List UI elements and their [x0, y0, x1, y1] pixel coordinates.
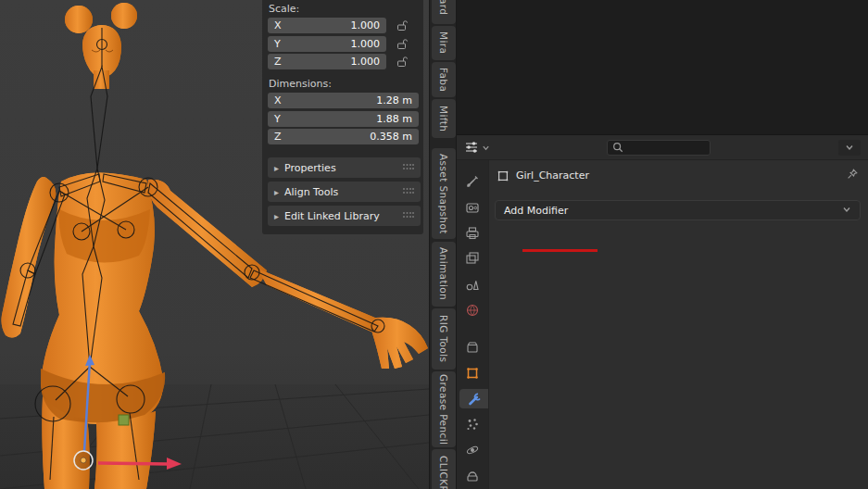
properties-editor: Girl_Character Add Modifier [457, 0, 868, 489]
grip-icon[interactable] [402, 162, 414, 174]
chevron-down-icon [842, 205, 851, 217]
dimensions-label: Dimensions: [269, 78, 421, 90]
grip-icon[interactable] [402, 186, 414, 198]
panel-properties[interactable]: ▸ Properties [268, 157, 421, 178]
tab-output[interactable] [457, 223, 488, 244]
sidebar-tab-asset-snapshot[interactable]: Asset Snapshot [432, 148, 456, 239]
panel-align-tools[interactable]: ▸ Align Tools [268, 182, 421, 202]
properties-editor-icon [464, 140, 479, 155]
tab-scene[interactable] [457, 274, 488, 295]
object-name[interactable]: Girl_Character [516, 169, 589, 182]
filter-dropdown-button[interactable] [838, 140, 861, 156]
annotation-red-underline [522, 249, 598, 252]
chevron-right-icon: ▸ [274, 211, 279, 221]
tab-world[interactable] [457, 300, 488, 320]
pin-icon[interactable] [846, 168, 859, 183]
tab-modifiers[interactable] [459, 389, 488, 409]
sidebar-tab-board[interactable]: ard [432, 0, 456, 24]
panel-edit-linked-library[interactable]: ▸ Edit Linked Library [268, 206, 421, 226]
editor-type-button[interactable] [464, 140, 490, 155]
sidebar-tab-faba[interactable]: Faba [432, 62, 456, 97]
lock-icon[interactable] [396, 56, 408, 68]
tab-tool[interactable] [457, 171, 488, 192]
grip-icon[interactable] [402, 210, 414, 222]
scale-y-field[interactable]: Y 1.000 [268, 36, 386, 52]
breadcrumb: Girl_Character [489, 160, 868, 183]
chevron-right-icon: ▸ [274, 187, 279, 197]
properties-content: Girl_Character Add Modifier [488, 160, 868, 489]
sidebar-tab-mira[interactable]: Mira [432, 26, 456, 60]
empty-editor-area[interactable] [457, 0, 868, 135]
sidebar-tab-rig-tools[interactable]: RIG Tools [432, 308, 456, 370]
scale-x-row: X 1.000 [268, 18, 421, 33]
lock-icon[interactable] [396, 19, 408, 31]
keyframe-marker [119, 415, 129, 425]
sidebar-tab-clickr[interactable]: CLICKR [432, 449, 456, 489]
scale-z-row: Z 1.000 [268, 54, 421, 69]
lock-icon[interactable] [396, 38, 408, 50]
scale-label: Scale: [269, 3, 421, 15]
viewport-sidebar: Scale: X 1.000 Y 1.000 Z 1.000 Dimension… [262, 0, 423, 234]
tab-render[interactable] [457, 197, 488, 218]
object-icon [497, 169, 509, 182]
chevron-down-icon [482, 144, 490, 152]
scale-x-field[interactable]: X 1.000 [268, 18, 386, 33]
sidebar-tab-animation[interactable]: Animation [432, 242, 456, 307]
search-input[interactable] [607, 140, 711, 156]
tab-object[interactable] [457, 363, 488, 383]
chevron-down-icon [845, 143, 854, 152]
chevron-right-icon: ▸ [274, 163, 279, 173]
properties-tab-column [457, 160, 488, 489]
search-icon [612, 142, 623, 153]
tab-view-layer[interactable] [457, 248, 488, 269]
scale-y-row: Y 1.000 [268, 36, 421, 52]
dimension-x-field[interactable]: X 1.28 m [268, 93, 419, 108]
properties-header [457, 135, 868, 160]
sidebar-tab-mifth[interactable]: Mifth [432, 99, 456, 138]
3d-viewport[interactable]: Scale: X 1.000 Y 1.000 Z 1.000 Dimension… [0, 0, 429, 489]
sidebar-tab-grease-pencil[interactable]: Grease Pencil [432, 371, 456, 447]
add-modifier-dropdown[interactable]: Add Modifier [495, 200, 861, 220]
dimension-y-field[interactable]: Y 1.88 m [268, 111, 419, 127]
tab-particles[interactable] [457, 414, 488, 434]
tab-constraints[interactable] [457, 466, 488, 486]
object-origin [74, 451, 93, 470]
tab-physics[interactable] [457, 440, 488, 460]
tab-collection[interactable] [457, 337, 488, 357]
dimension-z-field[interactable]: Z 0.358 m [268, 129, 419, 144]
sidebar-tab-strip: ard Mira Faba Mifth Asset Snapshot Anima… [429, 0, 457, 489]
scale-z-field[interactable]: Z 1.000 [268, 54, 386, 69]
